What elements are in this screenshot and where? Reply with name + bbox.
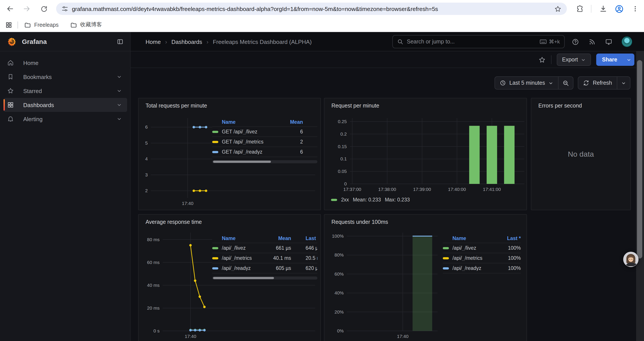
- url-text[interactable]: grafana.mathmast.com/d/deytv4rwavabkb/fr…: [72, 6, 554, 12]
- share-button[interactable]: Share: [596, 54, 623, 66]
- legend-row[interactable]: GET /api/_/metrics 2: [212, 137, 318, 147]
- svg-text:2: 2: [145, 188, 148, 193]
- reload-icon[interactable]: [38, 4, 49, 14]
- legend-col-name[interactable]: Name: [212, 236, 265, 241]
- breadcrumb-dashboards[interactable]: Dashboards: [172, 38, 202, 45]
- site-controls-icon[interactable]: [62, 5, 68, 12]
- series-color-pill: [212, 141, 218, 143]
- chevron-down-icon[interactable]: [116, 88, 122, 94]
- legend-row[interactable]: GET /api/_/readyz 6: [212, 147, 318, 157]
- chevron-down-icon[interactable]: [116, 116, 122, 122]
- panel-requests-under-100ms: Requests under 100ms 0%20%40%60%80%100%1…: [324, 214, 527, 341]
- series-name: 2xx: [341, 197, 349, 202]
- sidebar-item-starred[interactable]: Starred: [4, 84, 127, 98]
- url-bar[interactable]: grafana.mathmast.com/d/deytv4rwavabkb/fr…: [56, 3, 567, 15]
- legend-table: Name Mean GET /api/_/livez 6 GET /api/_/…: [212, 118, 318, 163]
- share-menu-button[interactable]: [623, 54, 634, 66]
- no-data-message: No data: [531, 150, 630, 159]
- legend-col-name[interactable]: Name: [212, 119, 277, 125]
- toolbar-divider: [591, 5, 592, 13]
- series-color-pill: [443, 247, 449, 249]
- sidebar-item-dashboards[interactable]: Dashboards: [4, 98, 127, 112]
- browser-menu-icon[interactable]: [630, 4, 640, 14]
- legend-scrollbar[interactable]: [212, 276, 318, 279]
- series-color-pill: [443, 267, 449, 269]
- svg-text:40%: 40%: [334, 290, 344, 295]
- zoom-out-button[interactable]: [558, 77, 573, 89]
- dashboard-actions-band: Export Share: [131, 51, 644, 68]
- actions-divider: [551, 55, 552, 64]
- bookmark-folder-blogs[interactable]: 收藏博客: [70, 21, 102, 29]
- svg-text:0.25: 0.25: [338, 119, 347, 124]
- export-button[interactable]: Export: [557, 54, 591, 66]
- svg-text:17:40:00: 17:40:00: [448, 187, 466, 192]
- sidebar-item-bookmarks[interactable]: Bookmarks: [4, 70, 127, 84]
- user-avatar[interactable]: [622, 37, 632, 47]
- refresh-button[interactable]: Refresh: [578, 77, 617, 89]
- series-color-pill: [212, 131, 218, 133]
- chevron-down-icon: [626, 57, 631, 62]
- star-dashboard-icon[interactable]: [538, 56, 546, 63]
- series-color-pill: [212, 151, 218, 153]
- back-icon[interactable]: [5, 4, 15, 14]
- series-mean: Mean: 0.233: [353, 197, 381, 202]
- svg-text:17:41:00: 17:41:00: [483, 187, 501, 192]
- legend-row[interactable]: 2xx Mean: 0.233 Max: 0.233: [331, 197, 410, 202]
- legend-row[interactable]: /api/_/livez 100%: [443, 243, 521, 253]
- legend-row[interactable]: /api/_/metrics 40.1 ms 20.5 ms: [212, 253, 318, 263]
- legend-row[interactable]: /api/_/metrics 100%: [443, 253, 521, 263]
- apps-grid-icon[interactable]: [5, 21, 12, 28]
- refresh-interval-button[interactable]: [617, 77, 630, 89]
- scrollbar-thumb[interactable]: [637, 60, 642, 258]
- bookmark-folder-freeleaps[interactable]: Freeleaps: [24, 21, 58, 28]
- breadcrumb-separator: ›: [206, 38, 208, 45]
- grafana-app: Grafana Home Bookmarks: [0, 32, 644, 341]
- sidebar-item-home[interactable]: Home: [4, 56, 127, 70]
- svg-text:17:37:00: 17:37:00: [343, 187, 361, 192]
- help-icon[interactable]: [572, 38, 579, 46]
- legend-col-mean[interactable]: Mean: [265, 236, 291, 241]
- dock-menu-icon[interactable]: [116, 38, 124, 45]
- legend-header-row: Name Mean: [212, 118, 318, 127]
- grafana-header: Home › Dashboards › Freeleaps Metrics Da…: [131, 32, 644, 51]
- profile-icon[interactable]: [614, 4, 624, 14]
- legend-col-mean[interactable]: Mean: [277, 119, 303, 125]
- panel-title[interactable]: Errors per second: [538, 103, 582, 109]
- sidebar-item-alerting[interactable]: Alerting: [4, 112, 127, 126]
- grafana-logo[interactable]: [7, 37, 17, 46]
- page-scrollbar[interactable]: [636, 51, 644, 341]
- header-icons: [572, 32, 632, 51]
- request-per-minute-chart: 00.050.10.150.20.2517:37:0017:38:0017:39…: [324, 98, 528, 211]
- monitor-icon[interactable]: [605, 38, 612, 46]
- extensions-icon[interactable]: [575, 4, 585, 14]
- svg-text:0 s: 0 s: [154, 328, 160, 333]
- panel-average-response-time: Average response time 0 s20 ms40 ms60 ms…: [138, 214, 321, 341]
- forward-icon[interactable]: [22, 4, 32, 14]
- sidebar-item-label: Starred: [23, 88, 116, 94]
- legend-col-last[interactable]: Last *: [501, 236, 521, 241]
- legend-row[interactable]: GET /api/_/livez 6: [212, 127, 318, 137]
- legend-row[interactable]: /api/_/readyz 100%: [443, 263, 521, 273]
- bell-icon: [7, 115, 14, 122]
- legend-col-name[interactable]: Name: [443, 236, 501, 241]
- home-icon: [7, 59, 14, 66]
- bookmark-star-icon[interactable]: [554, 5, 562, 13]
- floating-assistant-avatar[interactable]: [623, 251, 639, 267]
- download-icon[interactable]: [598, 4, 608, 14]
- breadcrumb-home[interactable]: Home: [146, 38, 161, 45]
- legend-table: Name Last * /api/_/livez 100% /api/_/met…: [443, 234, 521, 273]
- legend-col-last[interactable]: Last *: [306, 236, 318, 241]
- legend-scrollbar[interactable]: [212, 160, 318, 163]
- svg-text:0: 0: [344, 181, 347, 186]
- chevron-down-icon[interactable]: [116, 74, 122, 80]
- legend-row[interactable]: /api/_/livez 661 µs 646 µs: [212, 243, 318, 253]
- chevron-down-icon: [548, 81, 553, 85]
- chevron-down-icon[interactable]: [116, 102, 122, 108]
- series-color-pill: [212, 257, 218, 259]
- news-rss-icon[interactable]: [588, 38, 596, 46]
- search-input[interactable]: Search or jump to... ⌘+k: [392, 35, 565, 48]
- time-range-picker[interactable]: Last 5 minutes: [495, 77, 558, 89]
- legend-row[interactable]: /api/_/readyz 605 µs 620 µs: [212, 263, 318, 273]
- svg-text:80%: 80%: [334, 252, 344, 257]
- svg-text:6: 6: [145, 124, 148, 129]
